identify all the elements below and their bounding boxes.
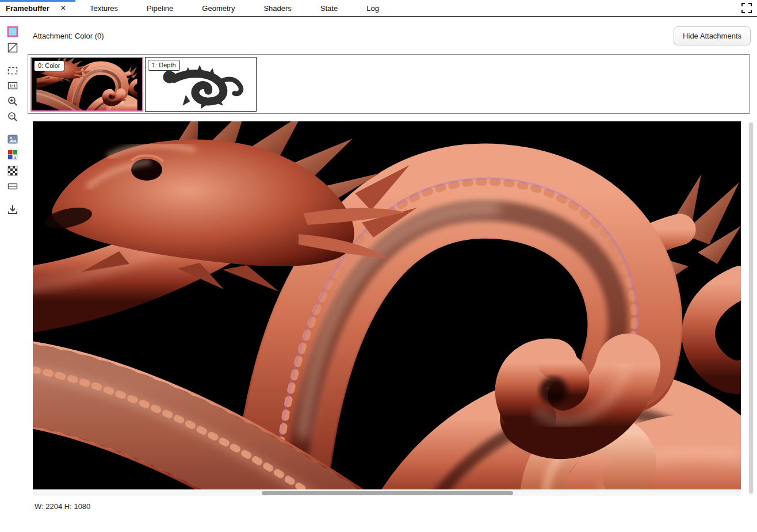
zoom-out-icon [7,111,18,123]
attachment-color-chip: 0: Color [34,60,64,71]
attachment-depth-chip: 1: Depth [148,60,180,71]
zoom-in-icon [7,95,18,107]
fit-to-window-icon [7,65,18,76]
zoom-out-button[interactable] [5,109,21,125]
hide-attachments-button[interactable]: Hide Attachments [674,26,751,45]
alpha-letter: a [14,155,16,159]
save-image-button[interactable] [5,201,21,217]
attachment-depth-thumbnail[interactable]: 1: Depth [145,57,257,112]
color-swatch-icon [7,26,18,37]
tab-textures-label: Textures [90,4,118,13]
tab-framebuffer[interactable]: Framebuffer ✕ [0,0,75,16]
rgba-channels-icon: a [7,149,18,160]
flatten-range-icon [7,181,18,192]
tab-pipeline[interactable]: Pipeline [132,0,188,16]
tab-geometry[interactable]: Geometry [188,0,249,16]
actual-size-button[interactable]: 1:1 [5,78,21,94]
no-alpha-icon [7,42,18,53]
attachment-label: Attachment: Color (0) [33,32,104,40]
horizontal-scrollbar[interactable] [33,491,741,496]
horizontal-scrollbar-thumb[interactable] [262,491,513,495]
vertical-scrollbar-thumb[interactable] [749,123,753,493]
checkerboard-background-button[interactable] [5,163,21,179]
tab-textures[interactable]: Textures [75,0,132,16]
fit-to-window-button[interactable] [5,63,21,79]
close-tab-icon[interactable]: ✕ [60,5,66,12]
color-swatch-button[interactable] [5,24,21,40]
framebuffer-viewer[interactable] [33,121,741,489]
tab-log[interactable]: Log [352,0,393,16]
tab-state[interactable]: State [306,0,352,16]
tab-geometry-label: Geometry [202,4,235,13]
save-image-icon [7,204,18,215]
tab-framebuffer-label: Framebuffer [6,4,49,13]
dragon-render [33,121,741,489]
image-dimensions-status: W: 2204 H: 1080 [35,502,90,511]
tab-bar: Framebuffer ✕ Textures Pipeline Geometry… [0,0,757,17]
attachments-panel: 0: Color 1: Depth [28,54,750,114]
checkerboard-background-icon [7,165,18,177]
attachment-color-thumbnail[interactable]: 0: Color [30,57,143,112]
tab-pipeline-label: Pipeline [147,4,173,13]
actual-size-icon: 1:1 [7,80,18,91]
background-image-button[interactable] [5,131,21,147]
no-alpha-button[interactable] [5,40,21,56]
tab-shaders[interactable]: Shaders [249,0,305,16]
flatten-range-button[interactable] [5,178,21,194]
rgba-channels-button[interactable]: a [5,147,21,163]
zoom-in-button[interactable] [5,93,21,109]
fullscreen-icon [741,3,752,15]
tab-shaders-label: Shaders [263,4,291,13]
vertical-scrollbar[interactable] [748,121,754,496]
tab-log-label: Log [366,4,379,13]
fullscreen-button[interactable] [741,3,752,14]
viewer-toolbar: 1:1 [0,17,25,532]
framebuffer-debugger-window: Framebuffer ✕ Textures Pipeline Geometry… [0,0,757,532]
tab-state-label: State [320,4,338,13]
actual-size-label: 1:1 [10,83,16,89]
background-image-icon [7,133,18,145]
